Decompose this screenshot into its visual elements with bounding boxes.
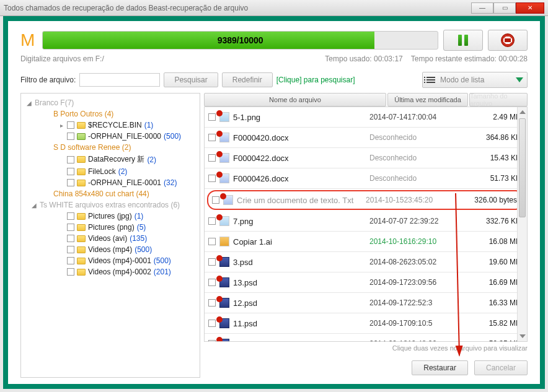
checkbox[interactable] xyxy=(67,168,74,175)
search-hint[interactable]: [Clique] para pesquisar] xyxy=(276,76,355,84)
tree-count: (135) xyxy=(130,234,147,243)
checkbox[interactable] xyxy=(208,320,216,327)
scroll-up-icon[interactable] xyxy=(518,107,527,117)
checkbox[interactable] xyxy=(67,235,74,242)
file-row[interactable]: 3.psd2014-08-2623:05:0219.60 MB xyxy=(205,252,527,272)
expand-icon[interactable]: ▸ xyxy=(58,122,64,129)
scroll-down-icon[interactable] xyxy=(518,331,527,341)
collapse-icon[interactable]: ◢ xyxy=(26,100,32,107)
folder-icon xyxy=(77,235,86,242)
file-name: Crie um documento de texto. Txt xyxy=(237,196,362,205)
tree-item[interactable]: -ORPHAN_FILE-0000 (500) xyxy=(24,131,197,142)
file-row[interactable]: 1.psd2014-09-1819:48:0656.35 MB xyxy=(205,334,527,342)
tree-item[interactable]: DataRecovery 新 (2) xyxy=(24,153,197,166)
tree-item[interactable]: Videos (mp4)-0002 (201) xyxy=(24,266,197,277)
tree-item[interactable]: Pictures (png) (5) xyxy=(24,222,197,233)
checkbox[interactable] xyxy=(67,268,74,276)
checkbox[interactable] xyxy=(208,238,216,245)
tree-item[interactable]: -ORPHAN_FILE-0001 (32) xyxy=(24,177,197,188)
col-modified[interactable]: Última vez modificada xyxy=(387,93,468,107)
checkbox[interactable] xyxy=(67,246,74,253)
file-size: 16.69 MB xyxy=(466,278,523,287)
filter-input[interactable] xyxy=(79,73,160,87)
progress-row: M 9389/10000 xyxy=(20,30,528,51)
search-button[interactable]: Pesquisar xyxy=(164,72,218,87)
file-row[interactable]: F0000422.docxDesconhecido15.43 KB xyxy=(205,148,527,168)
scrollbar[interactable] xyxy=(517,107,527,341)
checkbox[interactable] xyxy=(67,133,74,140)
body-area: ◢ Branco F(7) B Porto Outros (4)▸$RECYCL… xyxy=(20,93,528,378)
reset-button[interactable]: Redefinir xyxy=(222,72,273,87)
tree-item[interactable]: S D software Renee (2) xyxy=(24,142,197,153)
checkbox[interactable] xyxy=(208,299,216,307)
close-button[interactable]: ✕ xyxy=(516,2,544,14)
tree-item[interactable]: China 854x480 cut chart (44) xyxy=(24,188,197,199)
stop-button[interactable] xyxy=(488,30,528,51)
list-mode-button[interactable]: Modo de lista xyxy=(422,72,528,88)
checkbox[interactable] xyxy=(208,217,216,225)
col-size[interactable]: Tamanho do arquivo xyxy=(469,93,528,107)
file-row[interactable]: 12.psd2014-09-1722:52:316.33 MB xyxy=(205,293,527,313)
tree-item[interactable]: Videos (avi) (135) xyxy=(24,233,197,244)
cancel-button[interactable]: Cancelar xyxy=(474,360,528,375)
pause-button[interactable] xyxy=(443,30,483,51)
checkbox[interactable] xyxy=(208,258,216,266)
checkbox[interactable] xyxy=(208,154,216,162)
checkbox[interactable] xyxy=(67,212,74,220)
expand-icon[interactable]: ◢ xyxy=(31,202,37,209)
tree-count: (1) xyxy=(144,121,154,129)
file-name: Copiar 1.ai xyxy=(233,237,366,246)
file-icon xyxy=(219,318,229,328)
checkbox[interactable] xyxy=(67,156,74,163)
checkbox[interactable] xyxy=(208,340,216,342)
maximize-button[interactable]: ▭ xyxy=(493,2,516,14)
file-row[interactable]: 7.png2014-07-07 22:39:22332.76 KB xyxy=(205,211,527,232)
minimize-button[interactable]: — xyxy=(471,2,493,14)
checkbox[interactable] xyxy=(67,179,74,186)
tree-item[interactable]: Pictures (jpg) (1) xyxy=(24,211,197,222)
checkbox[interactable] xyxy=(67,257,74,264)
checkbox[interactable] xyxy=(208,134,216,141)
col-filename[interactable]: Nome do arquivo xyxy=(204,93,386,107)
file-row[interactable]: F0000420.docxDesconhecido364.86 KB xyxy=(205,128,527,148)
tree-root[interactable]: ◢ Branco F(7) xyxy=(24,97,197,108)
tree-item[interactable]: ◢Ts WHITE arquivos extras encontrados (6… xyxy=(24,199,197,211)
checkbox[interactable] xyxy=(67,224,74,231)
checkbox[interactable] xyxy=(208,113,216,121)
tree-label: B Porto Outros (4) xyxy=(53,110,113,118)
chevron-down-icon xyxy=(516,77,523,82)
file-name: 3.psd xyxy=(233,258,366,267)
tree-item[interactable]: ▸$RECYCLE.BIN (1) xyxy=(24,120,197,131)
file-row[interactable]: Copiar 1.ai2014-10-1616:29:1016.08 MB xyxy=(205,232,527,252)
file-size: 19.60 MB xyxy=(466,258,523,266)
file-name: 13.psd xyxy=(233,278,366,287)
file-date: 2014-10-1616:29:10 xyxy=(369,237,462,246)
tree-count: (5) xyxy=(137,223,146,232)
tree-label: Videos (mp4)-0002 xyxy=(88,268,151,276)
tree-item[interactable]: Videos (mp4)-0001 (500) xyxy=(24,255,197,266)
file-size: 51.73 KB xyxy=(466,174,523,183)
file-date: Desconhecido xyxy=(369,133,462,142)
file-row[interactable]: Crie um documento de texto. Txt2014-10-1… xyxy=(207,190,524,210)
file-list[interactable]: 5-1.png2014-07-1417:00:042.49 MBF0000420… xyxy=(204,107,528,342)
tree-item[interactable]: Videos (mp4) (500) xyxy=(24,244,197,255)
checkbox[interactable] xyxy=(67,121,74,129)
tree-item[interactable]: B Porto Outros (4) xyxy=(24,108,197,120)
footer-buttons: Restaurar Cancelar xyxy=(204,360,528,378)
checkbox[interactable] xyxy=(212,196,219,204)
file-row[interactable]: 5-1.png2014-07-1417:00:042.49 MB xyxy=(205,107,527,128)
file-row[interactable]: 11.psd2014-09-1709:10:515.82 MB xyxy=(205,313,527,334)
checkbox[interactable] xyxy=(208,175,216,182)
tree-item[interactable]: FileLock (2) xyxy=(24,166,197,177)
restore-button[interactable]: Restaurar xyxy=(412,360,468,375)
status-badge xyxy=(216,214,223,220)
checkbox[interactable] xyxy=(208,279,216,286)
folder-tree[interactable]: ◢ Branco F(7) B Porto Outros (4)▸$RECYCL… xyxy=(20,93,200,378)
tree-label: Ts WHITE arquivos extras encontrados (6) xyxy=(40,201,180,209)
file-row[interactable]: 13.psd2014-09-1723:09:5616.69 MB xyxy=(205,272,527,293)
file-row[interactable]: F0000426.docxDesconhecido51.73 KB xyxy=(205,168,527,189)
tree-label: Pictures (png) xyxy=(88,223,135,232)
tree-label: -ORPHAN_FILE-0000 xyxy=(88,132,161,141)
progress-text: 9389/10000 xyxy=(43,35,438,45)
scroll-thumb[interactable] xyxy=(519,118,526,217)
